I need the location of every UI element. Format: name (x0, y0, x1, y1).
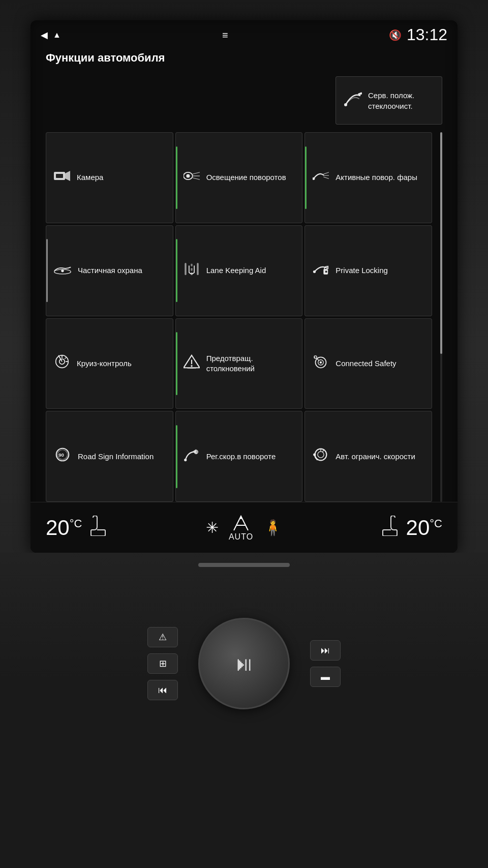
status-bar: ◀ ▲ ≡ 🔇 13:12 (30, 20, 458, 47)
private-locking-cell[interactable]: Private Locking (304, 225, 432, 316)
scrollbar[interactable] (440, 132, 442, 502)
speed-corners-indicator (176, 425, 177, 488)
knob-area: ⚠ ⊞ ⏮ ⏯ ⏭ ▬ (142, 587, 346, 740)
connected-safety-cell[interactable]: i Connected Safety (304, 318, 432, 409)
private-locking-icon (312, 262, 329, 280)
svg-rect-1 (358, 92, 362, 95)
nav-icon: ◀ (41, 29, 48, 41)
scrollbar-thumb (440, 132, 442, 354)
wiper-label-line2: стеклоочист. (368, 101, 414, 111)
status-right: 🔇 13:12 (389, 25, 447, 44)
active-headlights-icon (312, 170, 329, 186)
partial-guard-icon (53, 263, 72, 279)
climate-right: 20°C (382, 516, 442, 540)
svg-point-30 (320, 362, 322, 364)
auto-speed-limit-cell[interactable]: Авт. огранич. скорости (304, 411, 432, 502)
svg-line-44 (323, 450, 324, 452)
car-body: ◀ ▲ ≡ 🔇 13:12 Функции автомобиля (0, 0, 488, 868)
svg-rect-12 (191, 263, 192, 266)
auto-speed-limit-icon (312, 447, 329, 465)
corner-lighting-icon (183, 170, 200, 186)
right-temp[interactable]: 20°C (406, 516, 442, 540)
svg-point-0 (344, 103, 347, 106)
svg-line-21 (65, 357, 67, 360)
svg-point-9 (61, 270, 64, 272)
svg-point-45 (240, 517, 242, 519)
partial-guard-indicator (46, 239, 48, 302)
collision-prevention-label: Предотвращ. столкновений (206, 353, 295, 374)
left-seat-icon[interactable] (90, 516, 106, 540)
collision-prevention-indicator (176, 332, 177, 395)
svg-text:i: i (315, 355, 316, 359)
corner-lighting-indicator (176, 146, 177, 209)
svg-rect-10 (185, 263, 186, 275)
lane-keeping-label: Lane Keeping Aid (206, 265, 266, 276)
status-left: ◀ ▲ (41, 29, 61, 41)
right-seat-icon[interactable] (382, 516, 398, 540)
road-sign-cell[interactable]: 90 Road Sign Information (46, 411, 173, 502)
road-sign-icon: 90 (53, 447, 72, 465)
menu-icon[interactable]: ≡ (222, 28, 228, 42)
wiper-icon (344, 91, 362, 110)
corner-lighting-label: Освещение поворотов (206, 172, 286, 183)
home-bar[interactable] (198, 563, 290, 567)
prev-track-button[interactable]: ⏮ (147, 680, 178, 700)
partial-guard-cell[interactable]: Частичная охрана (46, 225, 173, 316)
camera-label: Камера (77, 172, 103, 183)
partial-guard-label: Частичная охрана (78, 265, 142, 276)
mute-icon: 🔇 (389, 29, 402, 41)
lane-keeping-indicator (176, 239, 177, 302)
svg-marker-3 (65, 171, 70, 181)
right-ctrl-2[interactable]: ▬ (310, 667, 341, 687)
speed-corners-label: Рег.скор.в повороте (206, 452, 276, 462)
auto-speed-limit-label: Авт. огранич. скорости (336, 452, 415, 462)
svg-point-42 (313, 454, 316, 456)
speed-corners-icon (183, 447, 200, 465)
corner-lighting-cell[interactable]: Освещение поворотов (175, 132, 303, 223)
camera-icon (53, 170, 71, 186)
camera-cell[interactable]: Камера (46, 132, 173, 223)
warning-button[interactable]: ⚠ (147, 627, 178, 647)
svg-rect-17 (325, 271, 327, 273)
svg-point-41 (318, 452, 324, 458)
connected-safety-label: Connected Safety (336, 358, 396, 369)
wiper-service-cell[interactable]: Серв. полож. стеклоочист. (336, 76, 442, 125)
feature-grid: Камера Освещение поворотов (46, 132, 432, 502)
play-pause-icon: ⏯ (234, 652, 254, 675)
lane-keeping-icon (183, 263, 200, 279)
climate-bar: 20°C ✳ AUTO (30, 502, 458, 553)
speed-corners-cell[interactable]: Рег.скор.в повороте (175, 411, 303, 502)
seat-center-icon: 🧍 (263, 519, 282, 536)
private-locking-label: Private Locking (336, 265, 388, 276)
wiper-label-line1: Серв. полож. (368, 90, 414, 101)
collision-prevention-cell[interactable]: Предотвращ. столкновений (175, 318, 303, 409)
clock: 13:12 (407, 25, 447, 44)
physical-controls: ⚠ ⊞ ⏮ ⏯ ⏭ ▬ (0, 553, 488, 868)
svg-line-23 (58, 355, 62, 362)
grid-button[interactable]: ⊞ (147, 653, 178, 674)
climate-left: 20°C (46, 516, 106, 540)
svg-text:90: 90 (58, 453, 64, 458)
left-temp[interactable]: 20°C (46, 516, 82, 540)
auto-label: AUTO (229, 532, 253, 542)
svg-point-26 (191, 365, 193, 367)
svg-point-15 (313, 270, 316, 273)
fan-icon: ✳ (206, 519, 219, 536)
active-headlights-indicator (305, 146, 307, 209)
climate-center: ✳ AUTO 🧍 (206, 514, 282, 542)
wifi-icon: ▲ (53, 31, 61, 40)
svg-rect-13 (191, 268, 192, 271)
svg-point-36 (184, 459, 187, 461)
next-track-button[interactable]: ⏭ (310, 640, 341, 661)
connected-safety-icon: i (312, 354, 329, 372)
svg-rect-11 (197, 263, 198, 275)
cruise-control-cell[interactable]: Круиз-контроль (46, 318, 173, 409)
wiper-label: Серв. полож. стеклоочист. (368, 90, 414, 111)
cruise-control-icon (53, 354, 71, 372)
control-knob[interactable]: ⏯ (198, 618, 290, 709)
cruise-control-label: Круиз-контроль (77, 358, 132, 369)
active-headlights-label: Активные повор. фары (336, 172, 417, 183)
active-headlights-cell[interactable]: Активные повор. фары (304, 132, 432, 223)
screen: ◀ ▲ ≡ 🔇 13:12 Функции автомобиля (30, 20, 458, 553)
lane-keeping-cell[interactable]: Lane Keeping Aid (175, 225, 303, 316)
